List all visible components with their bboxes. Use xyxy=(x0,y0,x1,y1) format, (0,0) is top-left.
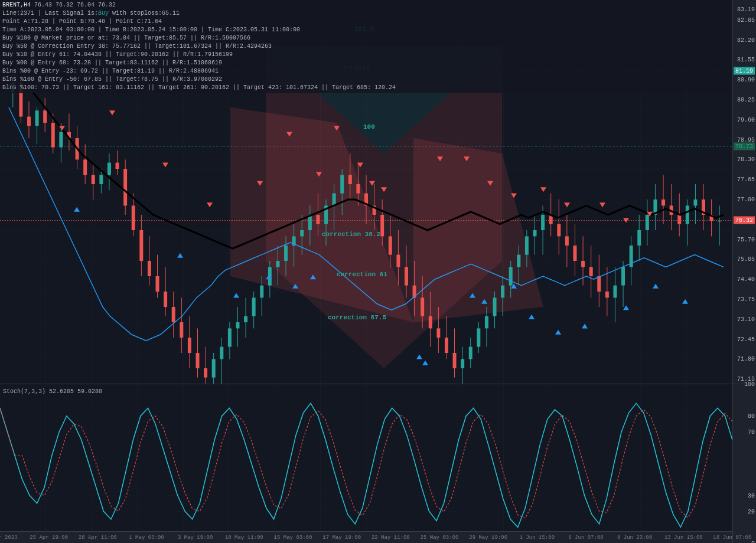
info-line-8: Blns %00 @ Entry -23: 69.72 || Target:81… xyxy=(2,67,730,76)
stoch-axis: 100807030200 xyxy=(732,384,756,543)
price-label: 79.60 xyxy=(737,116,755,123)
stoch-level-label: 0 xyxy=(751,541,755,544)
price-label: 82.85 xyxy=(737,17,755,23)
info-line-9: Blns %100 @ Entry -50: 67.85 || Target:7… xyxy=(2,76,730,84)
price-label: 76.32 xyxy=(734,217,755,224)
info-line-1: Line:2371 | Last Signal is:Buy with stop… xyxy=(2,9,730,18)
price-label: 75.05 xyxy=(737,256,755,263)
time-label: 25 Apr 19:00 xyxy=(30,535,68,541)
info-line-3: Time A:2023.05.04 03:00:00 | Time B:2023… xyxy=(2,26,730,34)
time-label: 19 Apr 2023 xyxy=(0,535,18,541)
time-label: 17 May 19:00 xyxy=(322,535,361,541)
price-label: 82.20 xyxy=(737,37,755,43)
price-label: 81.19 xyxy=(734,67,755,75)
time-label: 8 Jun 23:00 xyxy=(617,535,652,541)
time-label: 10 May 11:00 xyxy=(225,535,263,541)
price-label: 72.45 xyxy=(737,336,755,342)
info-line-10: Blns %100: 70.73 || Target 161: 83.11162… xyxy=(2,84,730,92)
price-label: 78.95 xyxy=(737,136,755,143)
time-label: 25 May 03:00 xyxy=(421,535,459,541)
price-label: 78.30 xyxy=(737,156,755,163)
time-label: 6 Jun 07:00 xyxy=(568,535,603,541)
stoch-level-label: 70 xyxy=(748,429,755,436)
time-label: 13 Jun 15:00 xyxy=(664,535,703,541)
time-label: 3 May 19:00 xyxy=(178,535,213,541)
info-line-4: Buy %100 @ Market price or at: 73.04 || … xyxy=(2,34,730,42)
price-label: 74.40 xyxy=(737,276,755,283)
price-label: 71.80 xyxy=(737,356,755,362)
price-label: 75.70 xyxy=(737,236,755,243)
time-label: 16 Jun 07:00 xyxy=(713,535,752,541)
price-label: 77.00 xyxy=(737,197,755,203)
time-label: 15 May 03:00 xyxy=(274,535,312,541)
info-bar: BRENT,H4 76.43 76.32 76.04 76.32 Line:23… xyxy=(0,0,732,93)
price-label: 81.55 xyxy=(737,57,755,63)
time-label: 1 Jun 15:00 xyxy=(520,535,555,541)
time-label: 29 May 19:00 xyxy=(469,535,507,541)
price-label: 83.19 xyxy=(737,6,755,13)
stoch-level-label: 100 xyxy=(744,381,755,388)
info-line-7: Buy %00 @ Entry 68: 73.28 || Target:83.1… xyxy=(2,59,730,67)
title-line: BRENT,H4 76.43 76.32 76.04 76.32 xyxy=(2,1,730,9)
stoch-level-label: 80 xyxy=(748,413,755,420)
price-label: 77.65 xyxy=(737,176,755,183)
time-label: 1 May 03:00 xyxy=(129,535,164,541)
chart-container: BRENT,H4 76.43 76.32 76.04 76.32 Line:23… xyxy=(0,0,756,543)
stoch-level-label: 20 xyxy=(748,509,755,515)
stoch-level-label: 30 xyxy=(748,493,755,499)
price-label: 80.25 xyxy=(737,97,755,103)
price-label: 73.10 xyxy=(737,316,755,322)
info-line-5: Buy %50 @ Correction Entry 38: 75.77162 … xyxy=(2,42,730,51)
time-axis: 19 Apr 202325 Apr 19:0028 Apr 11:001 May… xyxy=(0,531,732,543)
time-label: 22 May 11:00 xyxy=(372,535,410,541)
price-label: 80.90 xyxy=(737,77,755,83)
price-label: 73.75 xyxy=(737,296,755,303)
info-line-6: Buy %10 @ Entry 61: 74.04438 || Target:9… xyxy=(2,51,730,59)
time-label: 28 Apr 11:00 xyxy=(79,535,117,541)
stoch-chart xyxy=(0,384,732,543)
price-axis: 83.1982.8582.2081.5581.1980.9080.2579.60… xyxy=(732,0,756,384)
info-line-2: Point A:71.28 | Point B:78.48 | Point C:… xyxy=(2,18,730,26)
price-label: 78.73 xyxy=(734,143,755,151)
